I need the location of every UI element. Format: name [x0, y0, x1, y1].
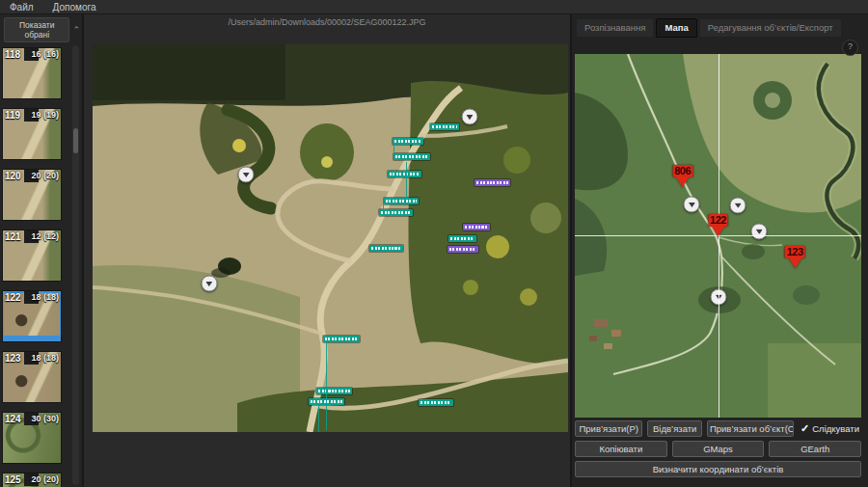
map-pin-tip-icon: [676, 176, 690, 187]
object-annotation-label[interactable]: [419, 399, 453, 406]
copy-button[interactable]: Копіювати: [575, 441, 667, 457]
map-pin-tip-icon: [788, 257, 801, 268]
thumbnail-item-124[interactable]: 12430 (30): [2, 412, 62, 464]
object-annotation-label[interactable]: [379, 209, 413, 216]
object-annotation-label[interactable]: [475, 179, 510, 186]
thumbnail-number: 121: [5, 231, 21, 242]
show-selected-button[interactable]: Показати обрані: [4, 17, 69, 42]
bind-button[interactable]: Прив’язати(P): [575, 420, 642, 437]
thumbnail-number: 125: [5, 474, 21, 485]
tab-edit-export[interactable]: Редагування об’єктів/Експорт: [699, 18, 842, 38]
object-annotation-label[interactable]: [463, 224, 490, 230]
gmaps-button[interactable]: GMaps: [672, 441, 765, 457]
annotation-pointer-line: [318, 403, 319, 432]
object-annotation-label[interactable]: [316, 388, 352, 394]
menu-bar: Файл Допомога: [0, 0, 868, 14]
object-annotation-label[interactable]: [430, 123, 459, 130]
scroll-up-icon[interactable]: ⌃: [72, 27, 80, 33]
camera-position-marker[interactable]: [751, 223, 768, 239]
map-pin-tip-icon: [711, 226, 724, 236]
thumbnail-item-121[interactable]: 12112 (12): [2, 230, 62, 282]
follow-checkbox[interactable]: ✓ Слідкувати: [799, 422, 861, 435]
thumbnail-number: 118: [5, 49, 20, 60]
thumbnail-sidebar: Показати обрані ⌃ 11816 (16)11919 (19)12…: [0, 14, 82, 487]
thumbnail-item-120[interactable]: 12020 (20): [2, 169, 62, 221]
thumbnail-number: 120: [5, 171, 21, 181]
map-pin-806[interactable]: 806: [672, 165, 692, 187]
gearth-button[interactable]: GEarth: [769, 441, 861, 457]
thumbnail-count: 12 (12): [31, 231, 59, 241]
tab-recognition[interactable]: Розпізнавання: [576, 18, 654, 38]
object-annotation-label[interactable]: [448, 246, 478, 253]
object-annotation-label[interactable]: [323, 336, 360, 342]
thumbnail-count: 20 (20): [31, 171, 59, 180]
object-annotation-label[interactable]: [384, 198, 419, 204]
tab-map[interactable]: Мапа: [656, 18, 696, 38]
camera-position-marker[interactable]: [201, 276, 217, 292]
bind-object-button[interactable]: Прив’язати об’єкт(O): [707, 420, 794, 437]
camera-position-marker[interactable]: [684, 197, 700, 213]
checkmark-icon: ✓: [800, 422, 809, 435]
app-window: Файл Допомога Показати обрані ⌃ 11816 (1…: [0, 0, 868, 487]
annotation-pointer-line: [406, 162, 407, 199]
follow-label: Слідкувати: [812, 423, 859, 434]
thumbnail-item-125[interactable]: 12520 (20): [2, 473, 62, 487]
map-pin-123[interactable]: 123: [785, 246, 805, 268]
camera-position-marker[interactable]: [238, 167, 255, 183]
object-annotation-label[interactable]: [369, 245, 403, 252]
unbind-button[interactable]: Відв’язати: [647, 420, 701, 437]
object-annotation-label[interactable]: [393, 138, 423, 145]
thumbnail-number: 124: [5, 414, 21, 424]
map-panel-tabs: Розпізнавання Мапа Редагування об’єктів/…: [576, 18, 866, 38]
satellite-map[interactable]: 806122123: [575, 54, 861, 418]
annotation-pointer-line: [326, 342, 327, 430]
thumbnail-count: 16 (16): [31, 49, 59, 59]
thumbnail-count: 20 (20): [31, 474, 59, 484]
thumbnail-number: 119: [5, 110, 20, 121]
sidebar-scrollbar-thumb[interactable]: [73, 128, 78, 153]
image-path-label: /Users/admin/Downloads/00002/SEAG000122.…: [84, 14, 570, 27]
menu-file[interactable]: Файл: [10, 2, 34, 13]
thumbnail-item-119[interactable]: 11919 (19): [2, 108, 62, 160]
thumbnail-number: 123: [5, 353, 21, 364]
annotation-pointer-line: [383, 203, 384, 214]
thumbnail-count: 19 (19): [31, 110, 59, 120]
camera-position-marker[interactable]: [730, 197, 746, 213]
map-pin-122[interactable]: 122: [708, 214, 728, 236]
image-viewer-panel: /Users/admin/Downloads/00002/SEAG000122.…: [82, 14, 572, 487]
photo-overlay: [93, 44, 568, 432]
object-annotation-label[interactable]: [388, 171, 421, 177]
aerial-photo[interactable]: [93, 44, 568, 432]
thumbnail-count: 30 (30): [31, 414, 59, 423]
help-button[interactable]: ?: [842, 40, 858, 56]
menu-help[interactable]: Допомога: [53, 2, 96, 13]
map-panel: Розпізнавання Мапа Редагування об’єктів/…: [572, 14, 868, 487]
annotation-pointer-line: [393, 145, 394, 152]
camera-position-marker[interactable]: [461, 109, 477, 125]
determine-coordinates-button[interactable]: Визначити координати об’єктів: [575, 461, 861, 477]
thumbnail-item-118[interactable]: 11816 (16): [2, 47, 62, 99]
thumbnail-number: 122: [5, 292, 21, 303]
thumbnail-list: 11816 (16)11919 (19)12020 (20)12112 (12)…: [0, 44, 82, 487]
thumbnail-item-122[interactable]: 12218 (18): [2, 290, 62, 342]
object-annotation-label[interactable]: [448, 235, 476, 242]
thumbnail-count: 18 (18): [31, 353, 59, 363]
map-controls: Прив’язати(P) Відв’язати Прив’язати об’є…: [575, 420, 861, 481]
thumbnail-item-123[interactable]: 12318 (18): [2, 351, 62, 403]
thumbnail-count: 18 (18): [31, 292, 59, 302]
object-annotation-label[interactable]: [393, 153, 430, 160]
sidebar-scrollbar[interactable]: [72, 45, 79, 485]
